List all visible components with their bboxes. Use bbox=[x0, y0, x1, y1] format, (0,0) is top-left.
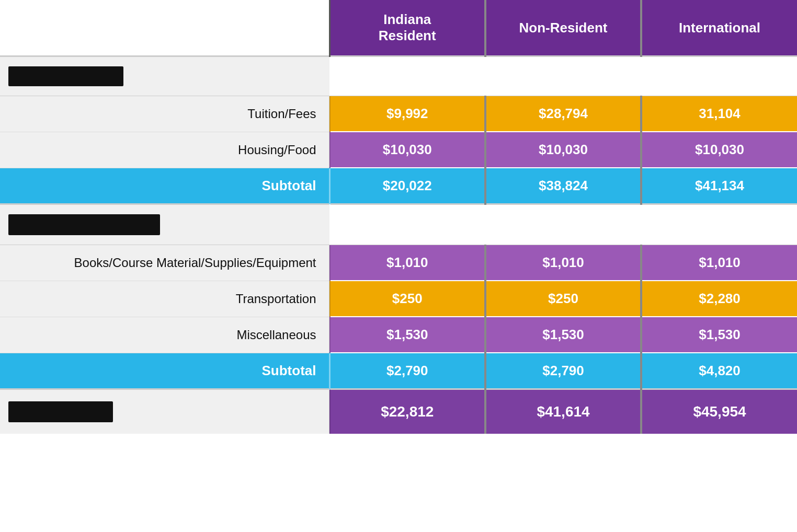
section2-subtotal-international: $4,820 bbox=[641, 353, 797, 389]
section1-header-row bbox=[0, 56, 797, 96]
housing-food-row: Housing/Food $10,030 $10,030 $10,030 bbox=[0, 132, 797, 168]
section1-subtotal-row: Subtotal $20,022 $38,824 $41,134 bbox=[0, 168, 797, 204]
section1-subtotal-indiana: $20,022 bbox=[329, 168, 485, 204]
total-indiana: $22,812 bbox=[329, 389, 485, 434]
housing-food-international: $10,030 bbox=[641, 132, 797, 168]
transportation-row: Transportation $250 $250 $2,280 bbox=[0, 281, 797, 317]
header-row: IndianaResident Non-Resident Internation… bbox=[0, 0, 797, 56]
section2-header-row bbox=[0, 204, 797, 245]
transportation-non-resident: $250 bbox=[485, 281, 641, 317]
books-indiana: $1,010 bbox=[329, 245, 485, 281]
header-indiana: IndianaResident bbox=[329, 0, 485, 56]
housing-food-indiana: $10,030 bbox=[329, 132, 485, 168]
header-non-resident: Non-Resident bbox=[485, 0, 641, 56]
miscellaneous-indiana: $1,530 bbox=[329, 317, 485, 353]
transportation-international: $2,280 bbox=[641, 281, 797, 317]
header-empty bbox=[0, 0, 329, 56]
tuition-fees-label: Tuition/Fees bbox=[0, 96, 329, 132]
section2-subtotal-label: Subtotal bbox=[0, 353, 329, 389]
miscellaneous-label: Miscellaneous bbox=[0, 317, 329, 353]
books-international: $1,010 bbox=[641, 245, 797, 281]
section1-title bbox=[0, 56, 329, 96]
section1-header-empty bbox=[329, 56, 797, 96]
section2-subtotal-indiana: $2,790 bbox=[329, 353, 485, 389]
section2-title bbox=[0, 204, 329, 245]
section2-title-redacted bbox=[8, 214, 160, 235]
transportation-label: Transportation bbox=[0, 281, 329, 317]
books-row: Books/Course Material/Supplies/Equipment… bbox=[0, 245, 797, 281]
cost-table: IndianaResident Non-Resident Internation… bbox=[0, 0, 797, 434]
total-row: $22,812 $41,614 $45,954 bbox=[0, 389, 797, 434]
international-label: International bbox=[679, 20, 760, 36]
transportation-indiana: $250 bbox=[329, 281, 485, 317]
housing-food-label: Housing/Food bbox=[0, 132, 329, 168]
miscellaneous-non-resident: $1,530 bbox=[485, 317, 641, 353]
total-non-resident: $41,614 bbox=[485, 389, 641, 434]
total-international: $45,954 bbox=[641, 389, 797, 434]
section2-subtotal-non-resident: $2,790 bbox=[485, 353, 641, 389]
books-label: Books/Course Material/Supplies/Equipment bbox=[0, 245, 329, 281]
books-non-resident: $1,010 bbox=[485, 245, 641, 281]
section1-subtotal-non-resident: $38,824 bbox=[485, 168, 641, 204]
section2-subtotal-row: Subtotal $2,790 $2,790 $4,820 bbox=[0, 353, 797, 389]
section2-header-empty bbox=[329, 204, 797, 245]
tuition-fees-indiana: $9,992 bbox=[329, 96, 485, 132]
indiana-label: IndianaResident bbox=[379, 11, 436, 43]
housing-food-non-resident: $10,030 bbox=[485, 132, 641, 168]
tuition-fees-non-resident: $28,794 bbox=[485, 96, 641, 132]
section1-subtotal-label: Subtotal bbox=[0, 168, 329, 204]
section1-subtotal-international: $41,134 bbox=[641, 168, 797, 204]
section1-title-redacted bbox=[8, 66, 123, 86]
non-resident-label: Non-Resident bbox=[519, 20, 608, 36]
tuition-fees-international: 31,104 bbox=[641, 96, 797, 132]
tuition-fees-row: Tuition/Fees $9,992 $28,794 31,104 bbox=[0, 96, 797, 132]
miscellaneous-international: $1,530 bbox=[641, 317, 797, 353]
header-international: International bbox=[641, 0, 797, 56]
total-label-redacted bbox=[8, 401, 113, 422]
total-label bbox=[0, 389, 329, 434]
miscellaneous-row: Miscellaneous $1,530 $1,530 $1,530 bbox=[0, 317, 797, 353]
